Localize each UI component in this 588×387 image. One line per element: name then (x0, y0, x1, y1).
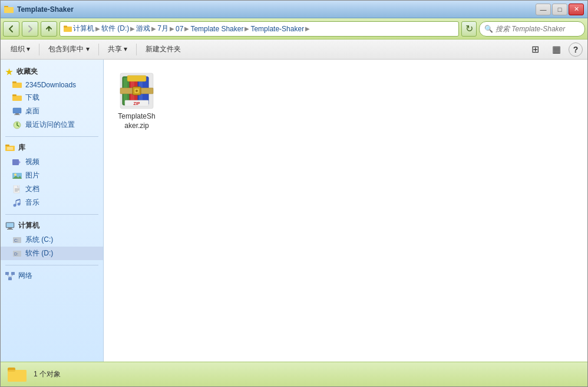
library-icon (5, 144, 15, 152)
svg-line-39 (7, 275, 10, 277)
sidebar-item-downloads[interactable]: 下载 (1, 91, 103, 104)
close-button[interactable]: ✕ (569, 4, 584, 15)
title-icon (4, 5, 14, 14)
path-sep-6: ▶ (245, 25, 249, 32)
svg-point-57 (136, 90, 138, 92)
svg-point-19 (14, 173, 16, 176)
include-library-button[interactable]: 包含到库中 ▾ (43, 42, 94, 57)
sidebar-section-network: 网络 (1, 269, 103, 283)
svg-text:D:: D: (14, 252, 18, 256)
address-bar[interactable]: 计算机 ▶ 软件 (D:) ▶ 游戏 ▶ 7月 ▶ 07 ▶ Template … (60, 21, 459, 37)
share-button[interactable]: 共享 ▾ (103, 42, 133, 57)
sidebar-item-documents[interactable]: 文档 (1, 182, 103, 196)
drive-d-icon: D: (12, 250, 22, 258)
search-input[interactable] (495, 25, 580, 33)
svg-rect-8 (12, 94, 16, 96)
svg-line-40 (10, 275, 13, 277)
winrar-icon: ZIP (118, 72, 156, 110)
sidebar-item-music[interactable]: 音乐 (1, 196, 103, 209)
svg-rect-5 (12, 83, 22, 88)
sidebar-item-recent[interactable]: 最近访问的位置 (1, 118, 103, 132)
recent-icon (12, 121, 22, 129)
path-segment-template-shaker[interactable]: Template Shaker (190, 25, 243, 33)
folder-icon (12, 81, 22, 89)
new-folder-button[interactable]: 新建文件夹 (140, 42, 186, 57)
svg-rect-38 (8, 277, 12, 280)
window-title: Template-Shaker (17, 5, 74, 14)
title-bar-left: Template-Shaker (4, 5, 74, 14)
address-path: 计算机 ▶ 软件 (D:) ▶ 游戏 ▶ 7月 ▶ 07 ▶ Template … (64, 24, 455, 34)
svg-rect-14 (5, 145, 9, 146)
path-segment-games[interactable]: 游戏 (136, 24, 150, 34)
view-button[interactable]: ⊞ (526, 42, 544, 57)
help-button[interactable]: ? (569, 42, 583, 57)
svg-text:C:: C: (14, 238, 18, 242)
svg-rect-10 (15, 113, 19, 114)
path-segment-drive[interactable]: 软件 (D:) (101, 24, 129, 34)
sidebar-section-library: 库 视频 图片 (1, 140, 103, 209)
svg-rect-30 (8, 228, 12, 229)
library-title: 库 (1, 140, 103, 155)
sidebar-section-computer: 计算机 C: 系统 (C:) D: 软件 (D:) (1, 218, 103, 260)
back-button[interactable] (3, 21, 19, 37)
refresh-button[interactable]: ↻ (461, 21, 477, 37)
file-icon-container: ZIP (118, 72, 156, 110)
nav-bar: 计算机 ▶ 软件 (D:) ▶ 游戏 ▶ 7月 ▶ 07 ▶ Template … (1, 18, 587, 40)
sidebar-divider-1 (5, 136, 98, 137)
status-folder-icon (8, 365, 27, 384)
sidebar-divider-2 (5, 214, 98, 215)
forward-button[interactable] (22, 21, 38, 37)
svg-rect-37 (11, 272, 15, 275)
toolbar-sep-3 (136, 44, 137, 55)
file-grid: ZIP TemplateShaker.zip (113, 69, 578, 133)
file-area[interactable]: ZIP TemplateShaker.zip (104, 60, 587, 362)
minimize-button[interactable]: — (536, 4, 551, 15)
svg-rect-29 (6, 223, 14, 227)
path-segment-template-shaker-sub[interactable]: Template-Shaker (250, 25, 304, 33)
svg-rect-7 (12, 96, 22, 101)
network-icon (5, 272, 15, 280)
sidebar-item-drive-d[interactable]: D: 软件 (D:) (1, 247, 103, 260)
svg-rect-15 (7, 147, 13, 150)
svg-rect-6 (12, 81, 16, 83)
sidebar-item-video[interactable]: 视频 (1, 155, 103, 169)
svg-marker-17 (19, 160, 21, 164)
path-segment-day[interactable]: 07 (176, 25, 183, 33)
sidebar-item-desktop[interactable]: 桌面 (1, 104, 103, 118)
search-bar[interactable]: 🔍 (479, 21, 585, 37)
search-icon: 🔍 (484, 25, 493, 33)
monitor-icon (12, 107, 22, 116)
toolbar-sep-1 (39, 44, 39, 55)
picture-icon (12, 172, 22, 180)
sidebar-section-favorites: ★ 收藏夹 2345Downloads 下载 (1, 64, 103, 132)
sidebar: ★ 收藏夹 2345Downloads 下载 (1, 60, 104, 362)
toolbar-sep-2 (98, 44, 99, 55)
computer-icon (5, 222, 15, 230)
status-count: 1 个对象 (34, 369, 61, 379)
maximize-button[interactable]: □ (552, 4, 567, 15)
main-area: ★ 收藏夹 2345Downloads 下载 (1, 60, 587, 362)
sidebar-item-downloads2345[interactable]: 2345Downloads (1, 79, 103, 91)
path-sep-3: ▶ (151, 25, 156, 32)
organize-button[interactable]: 组织 ▾ (5, 42, 35, 57)
video-icon (12, 158, 22, 166)
sidebar-item-pictures[interactable]: 图片 (1, 169, 103, 182)
computer-title: 计算机 (1, 218, 103, 233)
folder-icon (12, 94, 22, 102)
file-item-templateshaker-zip[interactable]: ZIP TemplateShaker.zip (113, 69, 160, 133)
svg-line-27 (16, 199, 20, 201)
layout-button[interactable]: ▦ (547, 42, 566, 57)
svg-rect-31 (7, 229, 13, 229)
path-segment-computer[interactable]: 计算机 (73, 24, 94, 34)
up-button[interactable] (41, 21, 57, 37)
svg-rect-62 (8, 370, 27, 382)
path-sep-7: ▶ (305, 25, 310, 32)
file-label: TemplateShaker.zip (116, 112, 157, 130)
sidebar-divider-3 (5, 265, 98, 265)
path-segment-month[interactable]: 7月 (157, 24, 169, 34)
drive-c-icon: C: (12, 236, 22, 244)
sidebar-item-drive-c[interactable]: C: 系统 (C:) (1, 233, 103, 247)
window: Template-Shaker — □ ✕ 计算机 ▶ (0, 0, 588, 387)
sidebar-item-network[interactable]: 网络 (1, 269, 103, 283)
svg-rect-11 (14, 114, 20, 115)
